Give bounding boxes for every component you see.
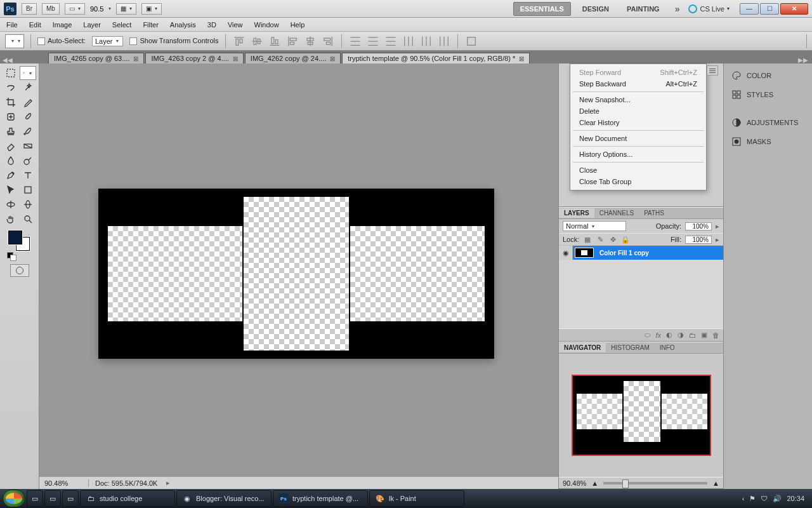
collapse-right-icon[interactable]: ▶▶ — [798, 57, 808, 64]
close-tab-icon[interactable]: ⊠ — [330, 55, 335, 62]
menu-edit[interactable]: Edit — [29, 21, 41, 29]
delete-layer-icon[interactable]: 🗑 — [712, 331, 719, 339]
align-top-icon[interactable] — [232, 34, 246, 48]
doc-tab[interactable]: IMG_4263 copy 2 @ 4....⊠ — [145, 53, 243, 64]
zoom-level-value[interactable]: 90.5 — [90, 5, 103, 13]
menu-close-tab-group[interactable]: Close Tab Group — [570, 176, 706, 187]
blend-mode-select[interactable]: Normal — [563, 221, 626, 231]
hand-tool[interactable] — [3, 212, 19, 226]
new-layer-icon[interactable]: ▣ — [701, 331, 707, 339]
menu-close[interactable]: Close — [570, 164, 706, 176]
auto-select-checkbox[interactable]: Auto-Select: — [37, 37, 86, 45]
quicklaunch-item[interactable]: ▭ — [62, 490, 79, 507]
menu-help[interactable]: Help — [291, 21, 305, 29]
eraser-tool[interactable] — [3, 139, 19, 153]
strip-color[interactable]: COLOR — [728, 67, 808, 84]
brush-tool[interactable] — [20, 110, 36, 124]
menu-clear-history[interactable]: Clear History — [570, 117, 706, 128]
dist-top-icon[interactable] — [348, 34, 362, 48]
dist-hcenter-icon[interactable] — [419, 34, 433, 48]
close-tab-icon[interactable]: ⊠ — [519, 55, 524, 62]
align-left-icon[interactable] — [285, 34, 299, 48]
menu-analysis[interactable]: Analysis — [170, 21, 196, 29]
tab-channels[interactable]: CHANNELS — [594, 208, 639, 218]
color-swatches[interactable] — [7, 231, 32, 253]
menu-step-forward[interactable]: Step ForwardShift+Ctrl+Z — [570, 67, 706, 78]
taskbar-item[interactable]: Pstryptich template @... — [273, 490, 368, 507]
workspace-painting[interactable]: PAINTING — [620, 3, 666, 15]
tray-icon[interactable]: 🔊 — [773, 495, 782, 503]
menu-window[interactable]: Window — [254, 21, 279, 29]
menu-filter[interactable]: Filter — [143, 21, 158, 29]
taskbar-item[interactable]: 🗀studio college — [80, 490, 175, 507]
foreground-swatch[interactable] — [8, 231, 22, 244]
doc-tab-active[interactable]: tryptich template @ 90.5% (Color Fill 1 … — [342, 53, 530, 64]
zoom-tool[interactable] — [20, 212, 36, 226]
dodge-tool[interactable] — [20, 154, 36, 168]
menu-step-backward[interactable]: Step BackwardAlt+Ctrl+Z — [570, 78, 706, 90]
auto-align-icon[interactable] — [464, 34, 478, 48]
align-vcenter-icon[interactable] — [250, 34, 264, 48]
menu-layer[interactable]: Layer — [83, 21, 101, 29]
dist-bottom-icon[interactable] — [384, 34, 398, 48]
shape-tool[interactable] — [20, 183, 36, 197]
zoom-in-icon[interactable]: ▲ — [712, 479, 719, 487]
collapse-left-icon[interactable]: ◀◀ — [3, 57, 13, 64]
tab-histogram[interactable]: HISTOGRAM — [606, 343, 654, 352]
dist-left-icon[interactable] — [402, 34, 416, 48]
visibility-eye-icon[interactable]: ◉ — [559, 246, 573, 260]
stamp-tool[interactable] — [3, 124, 19, 138]
menu-image[interactable]: Image — [53, 21, 72, 29]
quick-mask-toggle[interactable] — [10, 264, 29, 277]
dist-right-icon[interactable] — [437, 34, 451, 48]
fill-input[interactable]: 100% — [685, 236, 712, 244]
move-tool[interactable] — [20, 66, 36, 80]
workspace-essentials[interactable]: ESSENTIALS — [513, 2, 571, 16]
navigator-proxy[interactable] — [572, 375, 711, 456]
type-tool[interactable] — [20, 168, 36, 182]
menu-new-document[interactable]: New Document — [570, 133, 706, 144]
status-doc-size[interactable]: Doc: 595.5K/794.0K — [95, 479, 157, 487]
doc-tab[interactable]: IMG_4265 copy @ 63....⊠ — [48, 53, 144, 64]
adjustment-layer-icon[interactable]: ◑ — [678, 331, 684, 339]
layer-list[interactable]: ◉ Color Fill 1 copy — [559, 246, 723, 328]
lasso-tool[interactable] — [3, 81, 19, 95]
status-menu-icon[interactable]: ▸ — [166, 479, 170, 487]
doc-tab[interactable]: IMG_4262 copy @ 24....⊠ — [245, 53, 341, 64]
3d-camera-tool[interactable] — [20, 197, 36, 211]
layer-mask-icon[interactable]: ◐ — [666, 331, 672, 339]
lock-transparency-icon[interactable]: ▦ — [583, 235, 592, 244]
align-hcenter-icon[interactable] — [303, 34, 317, 48]
blur-tool[interactable] — [3, 154, 19, 168]
heal-tool[interactable] — [3, 110, 19, 124]
group-icon[interactable]: 🗀 — [689, 331, 696, 339]
system-tray[interactable]: ‹ ⚑ 🛡 🔊 20:34 — [742, 495, 809, 503]
navigator-zoom-slider[interactable] — [603, 482, 707, 485]
strip-adjustments[interactable]: ADJUSTMENTS — [728, 114, 808, 131]
workspace-design[interactable]: DESIGN — [576, 3, 615, 15]
menu-view[interactable]: View — [228, 21, 243, 29]
window-maximize-button[interactable]: ☐ — [760, 3, 779, 15]
eyedropper-tool[interactable] — [20, 95, 36, 109]
tab-info[interactable]: INFO — [655, 343, 680, 352]
link-layers-icon[interactable]: ⬭ — [645, 331, 650, 339]
menu-new-snapshot[interactable]: New Snapshot... — [570, 94, 706, 105]
tray-icon[interactable]: ⚑ — [749, 495, 756, 503]
lock-position-icon[interactable]: ✥ — [608, 235, 617, 244]
pen-tool[interactable] — [3, 168, 19, 182]
window-close-button[interactable]: ✕ — [780, 3, 808, 15]
navigator-zoom-value[interactable]: 90.48% — [563, 479, 586, 487]
arrange-docs-picker[interactable]: ▦ — [116, 3, 136, 15]
crop-tool[interactable] — [3, 95, 19, 109]
menu-file[interactable]: File — [6, 21, 18, 29]
canvas-stage[interactable] — [39, 64, 558, 476]
quicklaunch-item[interactable]: ▭ — [27, 490, 43, 507]
layer-name[interactable]: Color Fill 1 copy — [596, 250, 649, 257]
path-select-tool[interactable] — [3, 183, 19, 197]
marquee-tool[interactable] — [3, 66, 19, 80]
show-transform-checkbox[interactable]: Show Transform Controls — [129, 37, 218, 45]
strip-masks[interactable]: MASKS — [728, 133, 808, 150]
auto-select-target[interactable]: Layer — [92, 36, 124, 46]
history-brush-tool[interactable] — [20, 124, 36, 138]
tab-layers[interactable]: LAYERS — [559, 208, 594, 218]
